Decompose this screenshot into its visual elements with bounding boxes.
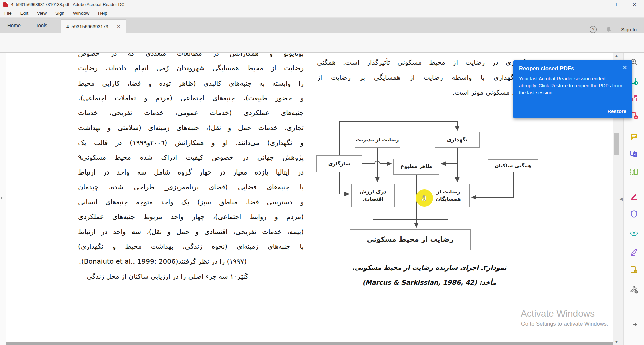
window-title: 4_5931569639317310138.pdf - Adobe Acroba… [11,2,124,7]
menu-file[interactable]: File [0,9,16,17]
diagram-label: رضایت از [437,188,460,196]
comment-panel-icon[interactable] [624,130,644,143]
paragraph-line: و حضور طبیعت)، جنبه‌های اجتماعی (مردم و … [78,91,304,105]
figure-caption-source: مأخذ: (Marcus & Sarkissian, 1986, 42) [335,279,523,286]
activate-windows-watermark: Activate Windows [521,308,595,319]
diagram-label: همسایگان [436,195,461,203]
popup-message: Your last Acrobat Reader session ended a… [519,75,625,96]
menu-edit[interactable]: Edit [16,9,33,17]
paragraph-line: در ایتالیا یازده معیار در چهار گروه شامل… [78,165,304,180]
satisfaction-diagram: رضایت از مدیریت نگهداری سازگاری ظاهر مطب… [315,117,553,252]
popup-title: Reopen closed PDFs [519,65,574,72]
notifications-bell-icon[interactable] [605,26,612,33]
diagram-node-outcome: رضایت از محیط مسکونی [350,229,471,250]
paragraph-line: و نگهداری) می‌دانند. او و همکارانش (٢٠٠٦… [78,135,304,150]
maximize-button[interactable]: ❐ [605,0,625,9]
certificates-icon[interactable] [624,246,644,259]
fill-sign-icon[interactable] [624,190,644,203]
diagram-node-management: رضایت از مدیریت [355,132,400,148]
minimize-button[interactable]: – [586,0,605,9]
paragraph-line: و نگهداری با واسطه رضایت از همسایگی بر ر… [317,70,528,85]
help-icon[interactable]: ? [590,26,597,33]
reopen-pdfs-popup: Reopen closed PDFs ✕ Your last Acrobat R… [513,60,632,118]
paragraph-line: (١٩٩٧) را در نظر گرفتند(Bonaiuto et al.,… [78,254,304,269]
hand-cursor-icon [420,194,429,202]
activate-windows-subtext: Go to Settings to activate Windows. [521,321,608,327]
paragraph-line: (بیمه، خدمات تفریحی، اقتصادی و حمل و نقل… [78,224,304,239]
figure-caption-title: نمودار٣ـ اجزای سازنده رضایت از محیط مسکو… [335,264,523,271]
tab-bar: Home Tools 4_59315696393173... ✕ ? Sign … [0,18,644,33]
nav-expand-icon[interactable]: ▸ [1,195,3,200]
tab-tools[interactable]: Tools [28,18,55,33]
paragraph-line: کَنتِر١٠ سه جزء اصلی را در ارزیابی ساکنا… [78,269,304,284]
menu-sign[interactable]: Sign [51,9,69,17]
scroll-down-icon[interactable]: ▼ [613,339,620,345]
document-tab-label: 4_59315696393173... [66,24,112,29]
organize-pages-icon[interactable] [624,165,644,179]
paragraph-line: نگهداری در رضایت از محیط مسکونی تأثیرگذا… [317,55,528,70]
paragraph-line: رضایت از محیط همسایگی شهروندان رُمی انجا… [78,61,304,76]
scroll-up-icon[interactable]: ▲ [613,53,620,59]
diagram-node-maintenance: نگهداری [435,132,480,148]
paragraph-line: محیط مسکونی موثر است. [317,85,528,100]
paragraph-line: پژوهش جهانی در خصوص کیفیت ادراک شده محیط… [78,150,304,165]
paragraph-line: جنبه‌های عملکردی (خدمات عمومی، خدمات تفر… [78,105,304,120]
diagram-node-appearance: ظاهر مطبوع [393,159,439,175]
paragraph-line: با جنبه‌های زمینه‌ای (نحوه زندگی، بهداشت… [78,239,304,254]
paragraph-line: را وابسته به جنبه‌های کالبدی (ظاهر توده … [78,76,304,91]
scrollbar-thumb[interactable] [614,133,619,155]
diagram-node-economic-value: درک ارزش اقتصادی [351,184,395,207]
menu-help[interactable]: Help [94,9,112,17]
popup-close-icon[interactable]: ✕ [622,64,627,71]
tab-home[interactable]: Home [0,18,28,33]
tab-document[interactable]: 4_59315696393173... ✕ [61,19,126,33]
menu-bar: File Edit View Sign Window Help [0,9,644,18]
menu-view[interactable]: View [33,9,51,17]
compress-pdf-icon[interactable] [624,227,644,240]
request-signatures-icon[interactable] [624,263,644,277]
combine-files-icon[interactable] [624,148,644,161]
panel-divider [627,312,641,312]
diagram-node-compatibility: سازگاری [316,155,362,172]
tab-close-icon[interactable]: ✕ [117,24,120,29]
diagram-label: درک ارزش [360,188,386,196]
paragraph-line: و دسترسی فضا، مناطق سبز) یک واحد متوجه ج… [78,195,304,209]
title-bar: 4_5931569639317310138.pdf - Adobe Acroba… [0,0,644,9]
menu-window[interactable]: Window [69,9,94,17]
sign-in-button[interactable]: Sign In [621,27,637,32]
diagram-node-homogeneity: همگنی ساکنان [488,159,538,172]
expand-panel-icon[interactable] [624,318,644,331]
more-tools-icon[interactable] [624,283,644,296]
mouse-cursor-highlight [416,189,433,207]
restore-button[interactable]: Restore [607,108,626,114]
protect-icon[interactable] [624,207,644,221]
panel-collapse-icon[interactable]: ◀ [619,196,623,201]
diagram-node-neighbors: رضایت از همسایگان [427,184,470,207]
paragraph-line: بونایوتو و همکارانش در مطالعات متعددی که… [78,53,304,61]
acrobat-pdf-icon [3,2,8,7]
diagram-label: اقتصادی [363,195,384,203]
navigation-pane-strip[interactable]: ▸ [0,53,6,345]
paragraph-line: (مردم و روابط اجتماعی)، چهار واحد مربوط … [78,209,304,224]
paragraph-line: تجاری، خدمات حمل و نقل)، جنبه‌های زمینه‌… [78,120,304,135]
paragraph-line: با جنبه‌های فضایی (فضای برنامه‌ریزی_ طرا… [78,180,304,194]
close-button[interactable]: ✕ [625,0,644,9]
main-toolbar: ٣ / 10 155% [0,33,644,53]
